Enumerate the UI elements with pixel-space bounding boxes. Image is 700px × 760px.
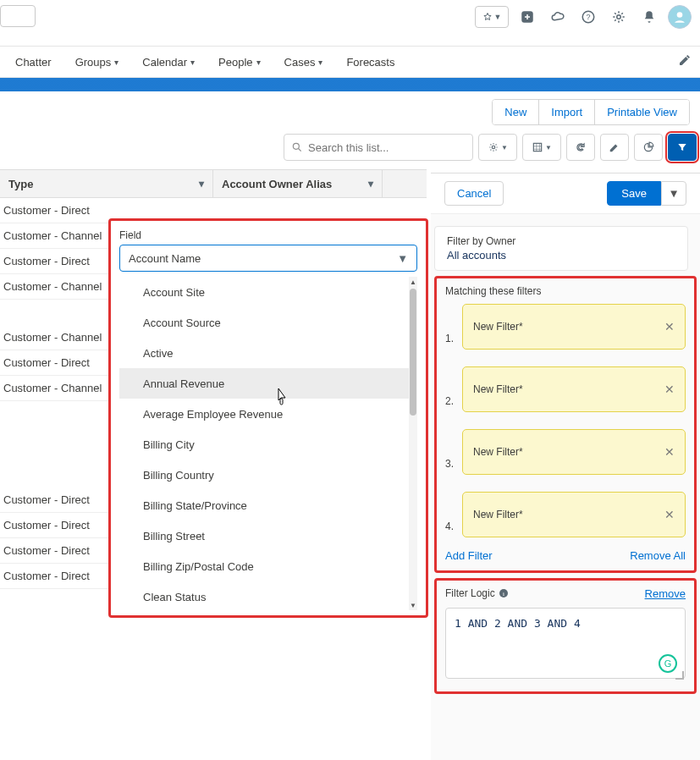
field-option[interactable]: Active (119, 338, 409, 368)
pie-chart-icon (642, 141, 654, 153)
filter-chip[interactable]: New Filter* ✕ (462, 429, 686, 475)
refresh-button[interactable] (566, 134, 595, 161)
remove-filter-icon[interactable]: ✕ (664, 508, 675, 521)
filter-logic-box: Filter Logic i Remove G (434, 578, 697, 694)
search-input[interactable] (308, 141, 466, 154)
refresh-icon (575, 141, 587, 153)
matching-filters-heading: Matching these filters (445, 285, 686, 297)
pencil-icon (678, 53, 692, 67)
field-option[interactable]: Billing City (119, 429, 409, 460)
field-option[interactable]: Billing Street (119, 520, 409, 551)
nav-groups[interactable]: Groups▾ (72, 51, 123, 74)
field-options-list: Account Site Account Source Active Annua… (119, 277, 417, 610)
filter-row: 3. New Filter* ✕ (445, 429, 686, 475)
grammarly-icon[interactable]: G (659, 654, 677, 673)
add-button[interactable] (515, 5, 539, 29)
filter-panel: Cancel Save ▼ Filter by Owner All accoun… (431, 173, 700, 760)
printable-view-button[interactable]: Printable View (595, 100, 689, 124)
nav-forecasts[interactable]: Forecasts (343, 51, 398, 74)
remove-all-link[interactable]: Remove All (630, 549, 686, 562)
inline-edit-button[interactable] (600, 134, 629, 161)
object-nav-bar: Chatter Groups▾ Calendar▾ People▾ Cases▾… (0, 46, 700, 78)
svg-point-6 (492, 146, 495, 149)
cancel-button[interactable]: Cancel (444, 181, 504, 206)
filter-chip-label: New Filter* (473, 509, 523, 520)
svg-rect-7 (533, 143, 541, 151)
nav-calendar[interactable]: Calendar▾ (139, 51, 198, 74)
star-icon (482, 12, 493, 22)
setup-button[interactable] (607, 5, 631, 29)
svg-point-5 (293, 143, 299, 149)
column-type[interactable]: Type▾ (0, 170, 213, 197)
svg-text:?: ? (586, 13, 590, 21)
filter-number: 2. (445, 395, 457, 412)
field-option[interactable]: Billing State/Province (119, 490, 409, 520)
save-button[interactable]: Save (607, 181, 661, 206)
chevron-down-icon: ▾ (318, 58, 322, 67)
salesforce-cloud-button[interactable] (546, 5, 570, 29)
add-filter-link[interactable]: Add Filter (445, 549, 493, 562)
gear-icon (611, 9, 626, 25)
info-icon[interactable]: i (499, 588, 509, 598)
chart-button[interactable] (634, 134, 663, 161)
favorites-button[interactable]: ▼ (475, 6, 509, 28)
column-extra (383, 170, 427, 197)
chevron-down-icon[interactable]: ▾ (368, 178, 373, 190)
field-option[interactable]: Average Employee Revenue (119, 399, 409, 429)
avatar-astro-icon (671, 8, 688, 25)
chevron-down-icon: ▾ (190, 58, 195, 67)
filter-row: 2. New Filter* ✕ (445, 366, 686, 412)
textarea-resize-handle[interactable] (675, 671, 684, 680)
bell-icon (642, 9, 657, 25)
save-button-group: Save ▼ (607, 181, 686, 206)
filter-by-owner-value: All accounts (447, 249, 675, 262)
filter-number: 3. (445, 458, 457, 475)
field-option[interactable]: Annual Revenue (119, 368, 409, 399)
remove-filter-icon[interactable]: ✕ (664, 445, 675, 459)
save-menu-button[interactable]: ▼ (661, 181, 686, 206)
filter-chip[interactable]: New Filter* ✕ (462, 492, 686, 537)
filter-chip[interactable]: New Filter* ✕ (462, 366, 686, 412)
nav-chatter[interactable]: Chatter (12, 51, 55, 74)
edit-nav-button[interactable] (678, 53, 692, 67)
svg-point-4 (677, 12, 683, 18)
filter-number: 1. (445, 333, 457, 350)
new-button[interactable]: New (493, 100, 539, 124)
notifications-button[interactable] (637, 5, 661, 29)
options-scrollbar[interactable]: ▲ ▼ (409, 277, 417, 610)
caret-down-icon: ▼ (668, 187, 679, 200)
field-option[interactable]: Billing Country (119, 460, 409, 490)
field-option[interactable]: Account Source (119, 307, 409, 338)
app-search-empty[interactable] (0, 5, 36, 27)
field-option[interactable]: Account Site (119, 277, 409, 307)
chevron-down-icon[interactable]: ▾ (199, 178, 204, 190)
remove-filter-icon[interactable]: ✕ (664, 320, 675, 333)
nav-cases[interactable]: Cases▾ (281, 51, 327, 74)
help-button[interactable]: ? (576, 5, 600, 29)
scroll-up-icon[interactable]: ▲ (409, 277, 417, 287)
field-select[interactable]: Account Name ▼ (119, 245, 417, 272)
nav-people[interactable]: People▾ (215, 51, 263, 74)
field-label: Field (119, 229, 417, 241)
matching-filters-box: Matching these filters 1. New Filter* ✕ … (434, 276, 697, 573)
list-search[interactable] (284, 134, 473, 161)
scrollbar-thumb[interactable] (410, 289, 416, 416)
filter-by-owner-label: Filter by Owner (447, 235, 675, 247)
field-option[interactable]: Clean Status (119, 581, 409, 610)
scroll-down-icon[interactable]: ▼ (409, 600, 417, 610)
filter-chip-label: New Filter* (473, 383, 523, 395)
column-owner-alias[interactable]: Account Owner Alias▾ (213, 170, 383, 197)
import-button[interactable]: Import (539, 100, 595, 124)
field-option[interactable]: Billing Zip/Postal Code (119, 551, 409, 581)
list-settings-button[interactable]: ▼ (478, 134, 517, 161)
filter-chip[interactable]: New Filter* ✕ (462, 304, 686, 350)
filter-by-owner-card[interactable]: Filter by Owner All accounts (434, 226, 688, 271)
user-avatar[interactable] (668, 5, 692, 29)
filter-row: 1. New Filter* ✕ (445, 304, 686, 350)
gear-icon (488, 141, 499, 153)
filter-logic-input[interactable] (445, 608, 686, 679)
display-as-button[interactable]: ▼ (522, 134, 561, 161)
remove-filter-icon[interactable]: ✕ (664, 383, 675, 396)
remove-logic-link[interactable]: Remove (645, 587, 686, 600)
filter-button[interactable] (668, 134, 697, 161)
